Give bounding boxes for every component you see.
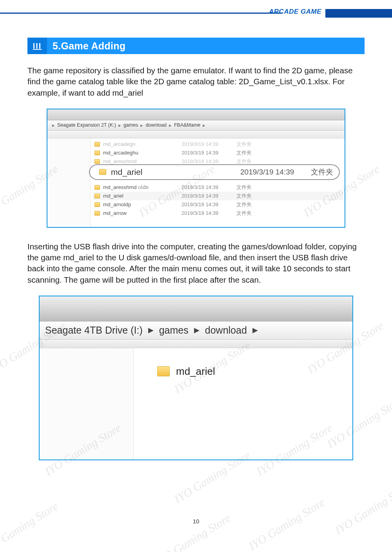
section-title: 5.Game Adding: [47, 38, 365, 54]
file-name: md_arcadeghu: [103, 150, 181, 156]
file-date: 2019/3/19 14:39: [181, 202, 236, 207]
breadcrumb-item: FBA&Mame: [174, 122, 200, 128]
file-type: 文件夹: [236, 184, 252, 191]
folder-icon: [94, 211, 100, 216]
breadcrumb-item: download: [205, 325, 247, 336]
folder-icon: [94, 151, 100, 155]
chevron-right-icon: ▸: [203, 122, 205, 128]
chevron-right-icon: ▸: [118, 122, 121, 128]
file-name: md_ariel: [111, 167, 240, 177]
file-type: 文件夹: [236, 149, 252, 156]
folder-icon: [94, 202, 100, 207]
file-date: 2019/3/19 14:39: [181, 210, 236, 216]
paragraph-2: Inserting the USB flash drive into the c…: [27, 241, 365, 285]
file-name: md_aresshmd: [103, 158, 181, 164]
header-accent: [325, 9, 392, 18]
breadcrumb-bar: Seagate 4TB Drive (I:) ▶ games ▶ downloa…: [40, 321, 352, 340]
file-name: md_ariel: [103, 193, 181, 199]
file-name: md_ariel: [176, 365, 215, 378]
header-label: ARCADE GAME: [269, 8, 321, 16]
file-row: md_aresshmd 2019/3/19 14:39 文件夹: [93, 157, 343, 166]
file-row: md_arcadeghu 2019/3/19 14:39 文件夹: [93, 149, 343, 157]
screenshot-explorer-2: Seagate 4TB Drive (I:) ▶ games ▶ downloa…: [39, 296, 353, 460]
folder-icon: [157, 366, 170, 376]
explorer-toolbar: [40, 340, 352, 348]
folder-icon: [94, 185, 100, 190]
file-row: md_arcadegn 2019/3/19 14:39 文件夹: [93, 140, 343, 149]
handwritten-note: oldn: [138, 184, 149, 190]
file-name: md_aresshmd oldn: [103, 184, 181, 191]
explorer-body: md_ariel: [40, 348, 352, 460]
file-name: md_arrow: [103, 210, 181, 216]
file-name: md_arcadegn: [103, 141, 181, 147]
file-type: 文件夹: [236, 141, 252, 148]
file-type: 文件夹: [311, 167, 333, 177]
breadcrumb-item: games: [123, 122, 138, 128]
file-date: 2019/3/19 14:39: [181, 193, 236, 199]
highlighted-file-row: md_ariel 2019/3/19 14:39 文件夹: [99, 167, 336, 178]
breadcrumb-item: Seagate Expansion 2T (K:): [57, 122, 116, 128]
file-type: 文件夹: [236, 158, 252, 165]
explorer-body: md_arcadegn 2019/3/19 14:39 文件夹 md_arcad…: [47, 138, 345, 228]
file-date: 2019/3/19 14:39: [181, 184, 236, 190]
nav-pane: [40, 348, 134, 460]
file-type: 文件夹: [236, 201, 252, 208]
file-name: md_arnoldp: [103, 202, 181, 207]
nav-pane: [47, 138, 91, 228]
chevron-right-icon: ▸: [140, 122, 143, 128]
explorer-toolbar: [47, 131, 345, 138]
folder-icon: [94, 194, 100, 198]
chevron-right-icon: ▶: [148, 326, 154, 334]
chevron-right-icon: ▸: [52, 122, 55, 128]
chevron-right-icon: ▶: [194, 326, 200, 334]
folder-icon: [94, 142, 100, 147]
file-row: md_aresshmd oldn 2019/3/19 14:39 文件夹: [93, 183, 343, 192]
file-date: 2019/3/19 14:39: [181, 150, 236, 156]
file-date: 2019/3/19 14:39: [240, 168, 311, 176]
section-icon: III: [27, 38, 47, 54]
file-row: md_arnoldp 2019/3/19 14:39 文件夹: [93, 200, 343, 209]
file-type: 文件夹: [236, 210, 252, 217]
header-rule: [0, 13, 282, 14]
watermark: IYO Gaming Store: [152, 511, 233, 552]
file-row: md_ariel 2019/3/19 14:39 文件夹: [93, 192, 343, 200]
page-header: ARCADE GAME: [0, 4, 392, 18]
breadcrumb-item: download: [145, 122, 167, 128]
page-number: 10: [0, 518, 392, 525]
screenshot-explorer-1: ▸ Seagate Expansion 2T (K:) ▸ games ▸ do…: [47, 109, 345, 228]
folder-icon: [99, 169, 106, 175]
chevron-right-icon: ▸: [169, 122, 172, 128]
window-titlebar: [47, 109, 345, 120]
file-list: md_arcadegn 2019/3/19 14:39 文件夹 md_arcad…: [93, 140, 343, 218]
paragraph-1: The game repository is classified by the…: [27, 65, 365, 98]
file-type: 文件夹: [236, 192, 252, 200]
breadcrumb-item: games: [159, 325, 189, 336]
breadcrumb-item: Seagate 4TB Drive (I:): [45, 325, 143, 336]
folder-icon: [94, 159, 100, 164]
section-heading: III 5.Game Adding: [27, 38, 365, 54]
file-date: 2019/3/19 14:39: [181, 158, 236, 164]
file-row: md_arrow 2019/3/19 14:39 文件夹: [93, 209, 343, 218]
window-titlebar: [40, 296, 352, 321]
breadcrumb-bar: ▸ Seagate Expansion 2T (K:) ▸ games ▸ do…: [47, 120, 345, 131]
file-row: md_ariel: [157, 365, 215, 378]
chevron-right-icon: ▶: [252, 326, 258, 334]
watermark: IYO Gaming Store: [0, 499, 60, 552]
watermark: IYO Gaming Store: [332, 480, 392, 537]
file-date: 2019/3/19 14:39: [181, 141, 236, 147]
